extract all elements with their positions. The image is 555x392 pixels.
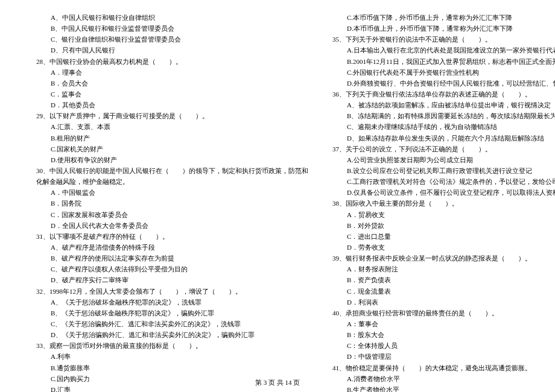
question-line: 31、以下哪项不是破产程序的特征（ ）。 [36, 231, 308, 242]
option-line: B、冻结期满的，如有特殊原因需要延长冻结的，每次续冻结期限最长为三个月 [332, 110, 555, 121]
option-line: C.外国银行代表处不属于外资银行营业性机构 [332, 67, 555, 78]
option-line: D、破产程序实行二审终审 [36, 274, 308, 285]
option-line: C．国家发展和改革委员会 [36, 209, 308, 220]
option-line: A．理事会 [36, 67, 308, 78]
option-line: C.国家机关的财产 [36, 144, 308, 154]
option-line: B.设立公司应在公司登记机关即工商行政管理机关进行设立登记 [332, 165, 555, 176]
question-line: 41、物价稳定是要保持（ ）的大体稳定，避免出现高通货膨胀。 [332, 362, 555, 373]
option-line: D．其他委员会 [36, 100, 308, 110]
option-line: C：全体持股人员 [332, 340, 555, 351]
option-line: B、《关于惩治破坏金融秩序犯罪的决定》，骗购外汇罪 [36, 308, 308, 318]
option-line: D．劳务收支 [332, 242, 555, 253]
option-line: C．监事会 [36, 89, 308, 100]
option-line: A、被冻结的款项如需解冻，应由被冻结单位提出申请，银行视情决定 [332, 100, 555, 110]
option-line: A.日本输出入银行在北京的代表处是我国批准设立的第一家外资银行代表处 [332, 45, 555, 55]
option-line: D、《关于惩治骗购外汇、逃汇和非法买卖外汇的决定》，骗购外汇罪 [36, 329, 308, 340]
page-footer: 第 3 页 共 14 页 [0, 378, 555, 387]
question-line: 35、下列关于外资银行的说法中不正确的是（ ）。 [332, 34, 555, 45]
option-line: B．资产负债表 [332, 274, 555, 285]
option-line: C、银行业自律组织和银行业监督管理委员会 [36, 34, 308, 45]
question-line: 33、观察一国货币对外增值的最直接的指标是（ ）。 [36, 340, 308, 351]
option-line: A.公司营业执照签发日期即为公司成立日期 [332, 154, 555, 165]
option-line: A：董事会 [332, 318, 555, 329]
option-line: A、中国人民银行和银行业自律组织 [36, 12, 308, 23]
question-line: 32、1998年12月，全国人大常委会颁布了（ ），增设了（ ）。 [36, 286, 308, 297]
option-line: D、只有中国人民银行 [36, 45, 308, 55]
option-line: D、如果冻结存款单位发生失误的，只能在六个月冻结期后解除冻结 [332, 133, 555, 144]
option-line: B.通货膨胀率 [36, 362, 308, 373]
column-left: A、中国人民银行和银行业自律组织B、中国人民银行和银行业监督管理委员会C、银行业… [36, 12, 308, 368]
option-line: B.2001年12月11日，我国正式加入世界贸易组织，标志着中国正式全面开放银行… [332, 56, 555, 67]
question-line: 化解金融风险，维护金融稳定。 [36, 176, 308, 187]
question-line: 39、银行财务报表中反映企业某一时点状况的静态报表是（ ）。 [332, 253, 555, 264]
question-line: 37、关于公司的设立，下列说法不正确的是（ ）。 [332, 144, 555, 154]
page-columns: A、中国人民银行和银行业自律组织B、中国人民银行和银行业监督管理委员会C、银行业… [36, 12, 519, 368]
option-line: A．贸易收支 [332, 209, 555, 220]
option-line: B．会员大会 [36, 78, 308, 89]
option-line: B、中国人民银行和银行业监督管理委员会 [36, 23, 308, 34]
question-line: 30、中国人民银行的职能是中国人民银行在（ ）的领导下，制定和执行货币政策，防范… [36, 165, 308, 176]
option-line: A．财务报表附注 [332, 264, 555, 274]
option-line: B、破产程序的使用以法定事实存在为前提 [36, 253, 308, 264]
option-line: A.利率 [36, 351, 308, 362]
question-line: 29、以下财产质押中，属于商业银行可接受的是（ ）。 [36, 110, 308, 121]
option-line: C.本币币值下降，外币币值上升，通常称为外汇汇率下降 [332, 12, 555, 23]
option-line: D．利润表 [332, 297, 555, 308]
option-line: A、《关于惩治破坏金融秩序犯罪的决定》，洗钱罪 [36, 297, 308, 308]
option-line: C.工商行政管理机关对符合《公司法》规定条件的，予以登记，发给公司营业执照 [332, 176, 555, 187]
option-line: C、破产程序以债权人依法得到公平受偿为目的 [36, 264, 308, 274]
option-line: D.本币币值上升，外币币值下降，通常称为外汇汇率下降 [332, 23, 555, 34]
question-line: 40、承担商业银行经营和管理的最终责任的是（ ）。 [332, 308, 555, 318]
column-right: C.本币币值下降，外币币值上升，通常称为外汇汇率下降D.本币币值上升，外币币值下… [332, 12, 555, 368]
option-line: D.使用权有争议的财产 [36, 154, 308, 165]
option-line: B．国务院 [36, 198, 308, 209]
option-line: D．全国人民代表大会常务委员会 [36, 220, 308, 231]
question-line: 36、下列关于商业银行依法冻结单位存款的表述正确的是（ ）。 [332, 89, 555, 100]
option-line: B：股东大会 [332, 329, 555, 340]
question-line: 38、国际收入中最主要的部分是（ ）。 [332, 198, 555, 209]
option-line: D：中级管理层 [332, 351, 555, 362]
option-line: B.租用的财产 [36, 133, 308, 144]
option-line: C．进出口总量 [332, 231, 555, 242]
question-line: 28、中国银行业协会的最高权力机构是（ ）。 [36, 56, 308, 67]
option-line: D.外商独资银行、中外合资银行经中国人民银行批准，可以经营结汇、售汇业务 [332, 78, 555, 89]
option-line: A．中国银监会 [36, 187, 308, 198]
option-line: B．对外贷款 [332, 220, 555, 231]
option-line: A.汇票、支票、本票 [36, 121, 308, 132]
option-line: C、逾期未办理继续冻结手续的，视为自动撤销冻结 [332, 121, 555, 132]
option-line: C、《关于惩治骗购外汇、逃汇和非法买卖外汇的决定》，洗钱罪 [36, 318, 308, 329]
option-line: D.仅具备公司设立条件，但不履行公司设立登记程序，可以取得法人资格 [332, 187, 555, 198]
option-line: C．现金流量表 [332, 286, 555, 297]
option-line: A、破产程序是清偿债务的特殊手段 [36, 242, 308, 253]
